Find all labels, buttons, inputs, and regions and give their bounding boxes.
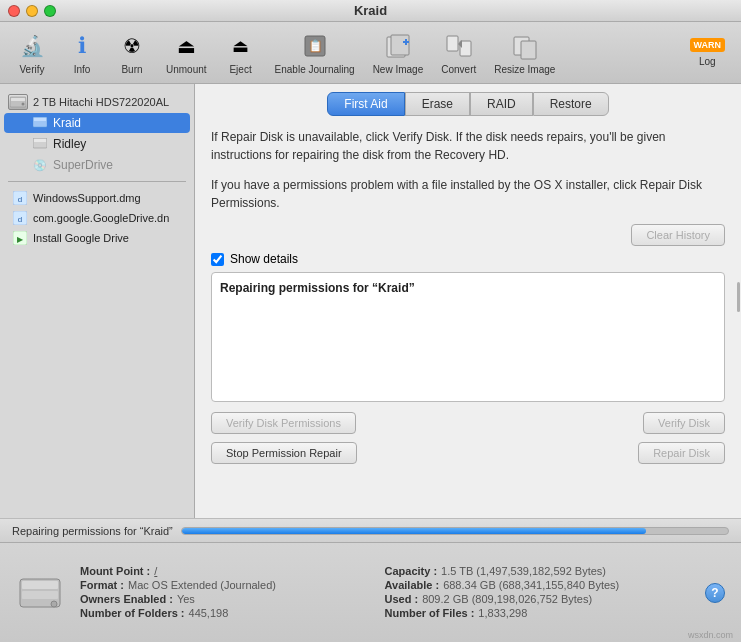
sidebar-superdrive-label: SuperDrive	[53, 158, 113, 172]
sidebar-item-windowssupport[interactable]: d WindowsSupport.dmg	[0, 188, 194, 208]
tab-first-aid[interactable]: First Aid	[327, 92, 404, 116]
sidebar-disk-header[interactable]: 2 TB Hitachi HDS722020AL	[0, 92, 194, 112]
verify-disk-permissions-button[interactable]: Verify Disk Permissions	[211, 412, 356, 434]
toolbar-resize-image[interactable]: Resize Image	[486, 26, 563, 79]
svg-rect-6	[447, 36, 458, 51]
toolbar-eject[interactable]: ⏏ Eject	[217, 26, 265, 79]
show-details-row: Show details	[211, 252, 725, 266]
owners-value: Yes	[177, 593, 195, 605]
maximize-button[interactable]	[44, 5, 56, 17]
svg-text:d: d	[18, 215, 22, 224]
toolbar-enable-journaling[interactable]: 📋 Enable Journaling	[267, 26, 363, 79]
content-panel: If Repair Disk is unavailable, click Ver…	[195, 116, 741, 518]
toolbar-convert[interactable]: Convert	[433, 26, 484, 79]
capacity-value: 1.5 TB (1,497,539,182,592 Bytes)	[441, 565, 606, 577]
close-button[interactable]	[8, 5, 20, 17]
detail-text: Repairing permissions for “Kraid”	[220, 281, 415, 295]
files-label: Number of Files :	[385, 607, 475, 619]
files-row: Number of Files : 1,833,298	[385, 607, 690, 619]
svg-rect-12	[11, 98, 25, 101]
svg-text:d: d	[18, 195, 22, 204]
googledrive-label: com.google.GoogleDrive.dn	[33, 212, 169, 224]
content-area: First Aid Erase RAID Restore If Repair D…	[195, 84, 741, 518]
mount-point-row: Mount Point : /	[80, 565, 385, 577]
main-area: 2 TB Hitachi HDS722020AL Kraid	[0, 84, 741, 518]
svg-rect-10	[521, 41, 536, 59]
info-col-right: Capacity : 1.5 TB (1,497,539,182,592 Byt…	[385, 565, 690, 621]
sidebar-item-kraid[interactable]: Kraid	[4, 113, 190, 133]
show-details-checkbox[interactable]	[211, 253, 224, 266]
volume-icon-ridley	[32, 136, 48, 152]
capacity-row: Capacity : 1.5 TB (1,497,539,182,592 Byt…	[385, 565, 690, 577]
files-value: 1,833,298	[478, 607, 527, 619]
toolbar-info[interactable]: ℹ Info	[58, 26, 106, 79]
watermark: wsxdn.com	[688, 630, 733, 640]
toolbar-unmount[interactable]: ⏏ Unmount	[158, 26, 215, 79]
show-details-label: Show details	[230, 252, 298, 266]
sidebar-item-googledrive[interactable]: d com.google.GoogleDrive.dn	[0, 208, 194, 228]
toolbar-burn[interactable]: ☢ Burn	[108, 26, 156, 79]
svg-rect-17	[34, 139, 46, 142]
toolbar: 🔬 Verify ℹ Info ☢ Burn ⏏ Unmount ⏏ Eject…	[0, 22, 741, 84]
warning-badge: WARN	[690, 38, 726, 52]
burn-label: Burn	[121, 64, 142, 75]
mount-point-value[interactable]: /	[154, 565, 157, 577]
clear-history-row: Clear History	[211, 224, 725, 246]
sidebar-item-superdrive[interactable]: 💿 SuperDrive	[4, 155, 190, 175]
sidebar-kraid-label: Kraid	[53, 116, 81, 130]
owners-label: Owners Enabled :	[80, 593, 173, 605]
toolbar-log[interactable]: WARN Log	[682, 34, 734, 71]
minimize-button[interactable]	[26, 5, 38, 17]
info-text-1: If Repair Disk is unavailable, click Ver…	[211, 128, 725, 164]
progress-area: Repairing permissions for “Kraid”	[0, 518, 741, 542]
verify-label: Verify	[19, 64, 44, 75]
folders-row: Number of Folders : 445,198	[80, 607, 385, 619]
format-row: Format : Mac OS Extended (Journaled)	[80, 579, 385, 591]
info-label: Info	[74, 64, 91, 75]
stop-permission-repair-button[interactable]: Stop Permission Repair	[211, 442, 357, 464]
svg-text:📋: 📋	[307, 38, 322, 53]
info-col-left: Mount Point : / Format : Mac OS Extended…	[80, 565, 385, 621]
sidebar-divider	[8, 181, 186, 182]
tab-restore[interactable]: Restore	[533, 92, 609, 116]
disk-icon	[8, 94, 28, 110]
sidebar-ridley-label: Ridley	[53, 137, 86, 151]
dmg-icon-googledrive: d	[12, 210, 28, 226]
info-icon: ℹ	[66, 30, 98, 62]
progress-bar-fill	[182, 528, 646, 534]
app-icon-installgoogledrive: ▶	[12, 230, 28, 246]
unmount-label: Unmount	[166, 64, 207, 75]
dmg-icon-windowssupport: d	[12, 190, 28, 206]
eject-label: Eject	[229, 64, 251, 75]
verify-disk-button[interactable]: Verify Disk	[643, 412, 725, 434]
repair-disk-button[interactable]: Repair Disk	[638, 442, 725, 464]
svg-rect-26	[22, 591, 58, 599]
sidebar-item-installgoogledrive[interactable]: ▶ Install Google Drive	[0, 228, 194, 248]
tab-raid[interactable]: RAID	[470, 92, 533, 116]
clear-history-button[interactable]: Clear History	[631, 224, 725, 246]
eject-icon: ⏏	[225, 30, 257, 62]
convert-svg	[445, 32, 473, 60]
info-columns: Mount Point : / Format : Mac OS Extended…	[80, 565, 689, 621]
button-row-2: Stop Permission Repair Repair Disk	[211, 442, 725, 464]
sidebar: 2 TB Hitachi HDS722020AL Kraid	[0, 84, 195, 518]
toolbar-new-image[interactable]: New Image	[365, 26, 432, 79]
mount-point-label: Mount Point :	[80, 565, 150, 577]
convert-icon	[443, 30, 475, 62]
resize-image-label: Resize Image	[494, 64, 555, 75]
folders-label: Number of Folders :	[80, 607, 185, 619]
window-title: Kraid	[354, 3, 387, 18]
toolbar-verify[interactable]: 🔬 Verify	[8, 26, 56, 79]
volume-icon-kraid	[32, 115, 48, 131]
sidebar-item-ridley[interactable]: Ridley	[4, 134, 190, 154]
new-image-svg	[384, 32, 412, 60]
info-text-2: If you have a permissions problem with a…	[211, 176, 725, 212]
help-button[interactable]: ?	[705, 583, 725, 603]
tab-bar: First Aid Erase RAID Restore	[195, 84, 741, 116]
tab-erase[interactable]: Erase	[405, 92, 470, 116]
enable-journaling-svg: 📋	[301, 32, 329, 60]
svg-text:▶: ▶	[17, 235, 24, 244]
new-image-label: New Image	[373, 64, 424, 75]
folders-value: 445,198	[189, 607, 229, 619]
available-label: Available :	[385, 579, 440, 591]
